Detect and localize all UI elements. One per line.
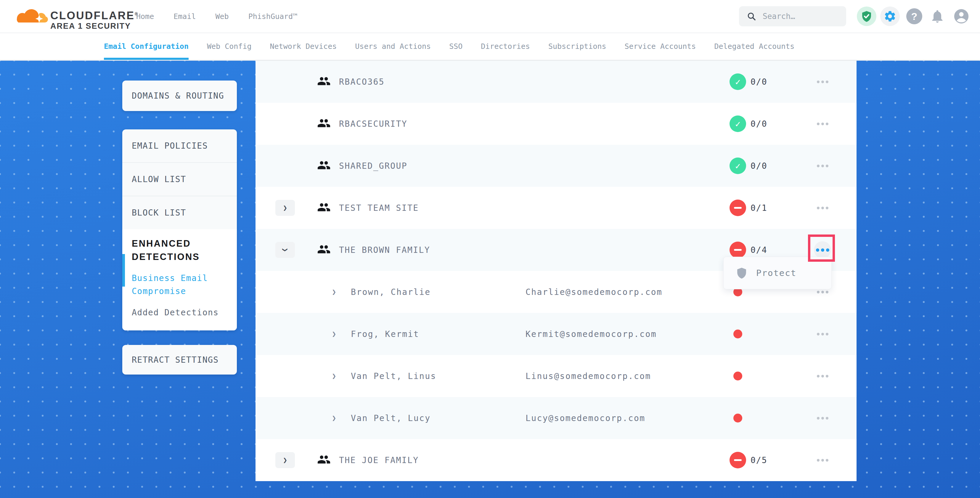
tab-subscriptions[interactable]: Subscriptions [548, 33, 606, 60]
row-menu-button[interactable] [814, 241, 831, 258]
check-icon: ✓ [735, 77, 740, 87]
top-header: CLOUDFLARE® AREA 1 SECURITY HomeEmailWeb… [0, 0, 980, 33]
ellipsis-dot [821, 207, 824, 209]
sidebar-item-email-policies[interactable]: EMAIL POLICIES [122, 129, 237, 162]
ellipsis-dot [817, 459, 819, 461]
ellipsis-dot [821, 165, 824, 167]
row-menu-button[interactable] [814, 157, 831, 174]
ellipsis-dot [817, 291, 819, 293]
status-fail-badge [730, 200, 746, 216]
tab-delegated-accounts[interactable]: Delegated Accounts [714, 33, 794, 60]
row-menu-button[interactable] [814, 73, 831, 90]
protect-menu-item[interactable]: Protect [756, 268, 796, 278]
member-row: ❯Frog, KermitKermit@somedemocorp.com [256, 313, 856, 355]
enhanced-detections-section: ENHANCED DETECTIONS Business Email Compr… [122, 229, 237, 331]
row-menu-button[interactable] [814, 409, 831, 426]
sidebar-item-block-list[interactable]: BLOCK LIST [122, 196, 237, 229]
settings-gear-icon[interactable] [880, 6, 900, 26]
status-count: 0/1 [751, 203, 767, 213]
ellipsis-dot [821, 248, 824, 252]
protect-menu-popup[interactable]: Protect [723, 257, 832, 289]
chevron-right-icon: ❯ [283, 456, 287, 464]
ellipsis-dot [816, 248, 819, 252]
policy-items: EMAIL POLICIESALLOW LISTBLOCK LIST [122, 129, 237, 229]
tab-email-configuration[interactable]: Email Configuration [104, 33, 189, 60]
member-email: Lucy@somedemocorp.com [525, 413, 645, 423]
ellipsis-dot [821, 81, 824, 83]
member-chevron-icon[interactable]: ❯ [332, 414, 336, 422]
search-box[interactable] [739, 6, 846, 26]
group-icon [317, 242, 331, 257]
sidebar-card-domains-routing[interactable]: DOMAINS & ROUTING [122, 81, 237, 111]
tab-users-and-actions[interactable]: Users and Actions [355, 33, 431, 60]
ellipsis-dot [817, 81, 819, 83]
nav-link-web[interactable]: Web [215, 12, 229, 21]
ellipsis-dot [826, 333, 829, 336]
ellipsis-dot [826, 459, 829, 461]
ellipsis-dot [821, 417, 824, 420]
minus-icon [734, 207, 742, 209]
expander-button[interactable]: ❯ [275, 200, 295, 216]
expander-button[interactable]: ❯ [275, 242, 295, 258]
sidebar-item-allow-list[interactable]: ALLOW LIST [122, 162, 237, 196]
shield-check-icon[interactable] [857, 6, 877, 26]
tab-service-accounts[interactable]: Service Accounts [625, 33, 696, 60]
member-name: Frog, Kermit [351, 329, 419, 339]
row-menu-button[interactable] [814, 199, 831, 216]
help-icon[interactable]: ? [906, 8, 922, 24]
group-row: ❯THE JOE FAMILY0/5 [256, 439, 856, 481]
member-name: Van Pelt, Linus [351, 371, 436, 381]
brand-name: CLOUDFLARE [50, 10, 135, 22]
member-chevron-icon[interactable]: ❯ [332, 372, 336, 380]
group-name: RBACSECURITY [339, 119, 407, 129]
member-status-dot [733, 372, 742, 380]
ellipsis-dot [826, 81, 829, 83]
member-chevron-icon[interactable]: ❯ [332, 288, 336, 296]
ellipsis-dot [817, 165, 819, 167]
row-menu-button[interactable] [814, 368, 831, 385]
ellipsis-dot [821, 459, 824, 461]
member-name: Van Pelt, Lucy [351, 413, 431, 423]
nav-link-home[interactable]: Home [136, 12, 154, 21]
ellipsis-dot [817, 123, 819, 125]
group-icon [317, 158, 331, 173]
group-row: ❯TEST TEAM SITE0/1 [256, 187, 856, 229]
tab-sso[interactable]: SSO [449, 33, 463, 60]
tab-web-config[interactable]: Web Config [207, 33, 252, 60]
search-icon [747, 11, 756, 21]
status-count: 0/4 [751, 245, 767, 255]
area1-dashboard: CLOUDFLARE® AREA 1 SECURITY HomeEmailWeb… [0, 0, 980, 498]
row-menu-button[interactable] [814, 115, 831, 132]
status-count: 0/0 [751, 119, 767, 129]
chevron-right-icon: ❯ [283, 204, 287, 212]
status-count: 0/0 [751, 161, 767, 171]
nav-link-email[interactable]: Email [173, 12, 196, 21]
member-row: ❯Van Pelt, LucyLucy@somedemocorp.com [256, 397, 856, 439]
row-menu-button[interactable] [814, 325, 831, 342]
domains-routing-label: DOMAINS & ROUTING [122, 91, 224, 101]
status-pass-badge: ✓ [730, 158, 746, 174]
sidebar-item-added-detections[interactable]: Added Detections [132, 306, 228, 319]
ellipsis-dot [821, 123, 824, 125]
notifications-bell-icon[interactable] [930, 9, 945, 24]
check-icon: ✓ [735, 119, 740, 129]
tab-directories[interactable]: Directories [481, 33, 530, 60]
ellipsis-dot [821, 291, 824, 293]
sidebar-item-business-email-compromise[interactable]: Business Email Compromise [132, 272, 228, 298]
status-pass-badge: ✓ [730, 116, 746, 132]
ellipsis-dot [817, 333, 819, 336]
row-menu-button[interactable] [814, 452, 831, 469]
member-chevron-icon[interactable]: ❯ [332, 330, 336, 338]
group-name: SHARED_GROUP [339, 161, 407, 171]
group-icon [317, 74, 331, 89]
search-input[interactable] [762, 11, 838, 21]
tab-network-devices[interactable]: Network Devices [270, 33, 337, 60]
ellipsis-dot [826, 123, 829, 125]
expander-button[interactable]: ❯ [275, 452, 295, 468]
group-icon [317, 200, 331, 215]
member-email: Kermit@somedemocorp.com [525, 329, 657, 339]
user-avatar-icon[interactable] [953, 8, 970, 25]
sidebar-card-retract-settings[interactable]: RETRACT SETTINGS [122, 345, 237, 374]
ellipsis-dot [826, 291, 829, 293]
nav-link-phishguard[interactable]: PhishGuard™ [248, 12, 298, 21]
